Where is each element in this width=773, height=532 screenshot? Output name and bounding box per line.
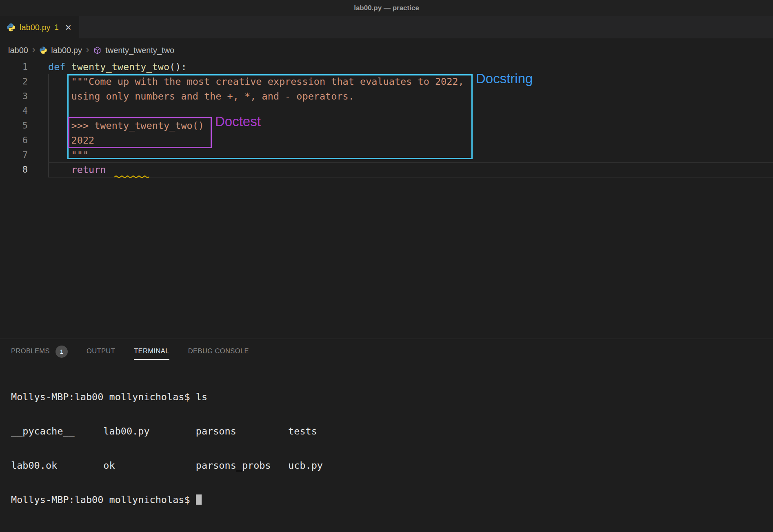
line-number: 2 (0, 74, 28, 89)
code-text[interactable]: """ (48, 148, 89, 162)
code-text[interactable]: return (48, 162, 106, 177)
line-number: 3 (0, 89, 28, 104)
code-line-6: 6 2022 (0, 133, 773, 148)
code-token: (): (169, 61, 187, 73)
line-number: 4 (0, 104, 28, 118)
code-line-4: 4 (0, 104, 773, 118)
code-token: def (48, 61, 71, 73)
code-text[interactable]: """Come up with the most creative expres… (48, 74, 464, 89)
terminal-line: Mollys-MBP:lab00 mollynicholas$ (11, 494, 773, 505)
chevron-right-icon: › (86, 44, 89, 56)
bottom-panel: PROBLEMS 1 OUTPUT TERMINAL DEBUG CONSOLE… (0, 339, 773, 532)
line-number: 7 (0, 148, 28, 162)
indent-guide (48, 74, 49, 177)
terminal-line: lab00.ok ok parsons_probs ucb.py (11, 460, 773, 471)
chevron-right-icon: › (32, 44, 36, 56)
code-text[interactable]: 2022 (48, 133, 94, 148)
code-line-7: 7 """ (0, 148, 773, 162)
tab-label: lab00.py (20, 23, 51, 32)
line-number: 8 (0, 162, 28, 177)
terminal-line: __pycache__ lab00.py parsons tests (11, 426, 773, 437)
editor-tabstrip: lab00.py 1 × (0, 16, 773, 38)
code-line-3: 3 using only numbers and the +, *, and -… (0, 89, 773, 104)
tab-terminal[interactable]: TERMINAL (134, 339, 169, 360)
code-line-2: 2 """Come up with the most creative expr… (0, 74, 773, 89)
tab-label: DEBUG CONSOLE (188, 347, 249, 359)
line-number: 6 (0, 133, 28, 148)
line-number: 1 (0, 60, 28, 74)
code-text[interactable]: def twenty_twenty_two(): (48, 60, 187, 74)
python-icon (7, 23, 16, 32)
warning-squiggle-icon (114, 173, 149, 176)
tab-label: PROBLEMS (11, 347, 50, 359)
breadcrumb-folder[interactable]: lab00 (8, 46, 28, 55)
terminal-prompt: Mollys-MBP:lab00 mollynicholas$ (11, 494, 196, 505)
code-line-5: 5 >>> twenty_twenty_two() (0, 118, 773, 133)
terminal-line: Mollys-MBP:lab00 mollynicholas$ ls (11, 391, 773, 403)
tab-label: TERMINAL (134, 347, 169, 360)
symbol-cube-icon (93, 46, 102, 55)
code-text[interactable]: using only numbers and the +, *, and - o… (48, 89, 354, 104)
tab-lab00py[interactable]: lab00.py 1 × (0, 16, 79, 38)
code-line-1: 1 def twenty_twenty_two(): (0, 60, 773, 74)
tab-label: OUTPUT (87, 347, 115, 359)
tab-warning-count: 1 (55, 23, 59, 32)
panel-tab-bar: PROBLEMS 1 OUTPUT TERMINAL DEBUG CONSOLE (0, 339, 773, 364)
tab-output[interactable]: OUTPUT (87, 339, 115, 359)
breadcrumb: lab00 › lab00.py › twenty_twenty_two (0, 38, 773, 60)
code-token: twenty_twenty_two (71, 61, 170, 73)
python-icon (39, 46, 47, 54)
breadcrumb-symbol[interactable]: twenty_twenty_two (105, 46, 174, 55)
tab-debug-console[interactable]: DEBUG CONSOLE (188, 339, 249, 359)
code-token: return (48, 164, 106, 175)
line-number: 5 (0, 118, 28, 133)
terminal[interactable]: Mollys-MBP:lab00 mollynicholas$ ls __pyc… (0, 364, 773, 528)
breadcrumb-file[interactable]: lab00.py (51, 46, 82, 55)
problems-count-badge: 1 (56, 346, 68, 358)
code-text[interactable]: >>> twenty_twenty_two() (48, 118, 204, 133)
terminal-cursor (196, 494, 202, 505)
window-titlebar: lab00.py — practice (0, 0, 773, 16)
window-title: lab00.py — practice (354, 4, 419, 12)
tab-problems[interactable]: PROBLEMS 1 (11, 339, 68, 359)
docstring-annotation-label: Docstring (476, 71, 533, 86)
doctest-annotation-label: Doctest (215, 114, 261, 129)
close-icon[interactable]: × (65, 23, 71, 31)
code-editor[interactable]: 1 def twenty_twenty_two(): 2 """Come up … (0, 60, 773, 339)
